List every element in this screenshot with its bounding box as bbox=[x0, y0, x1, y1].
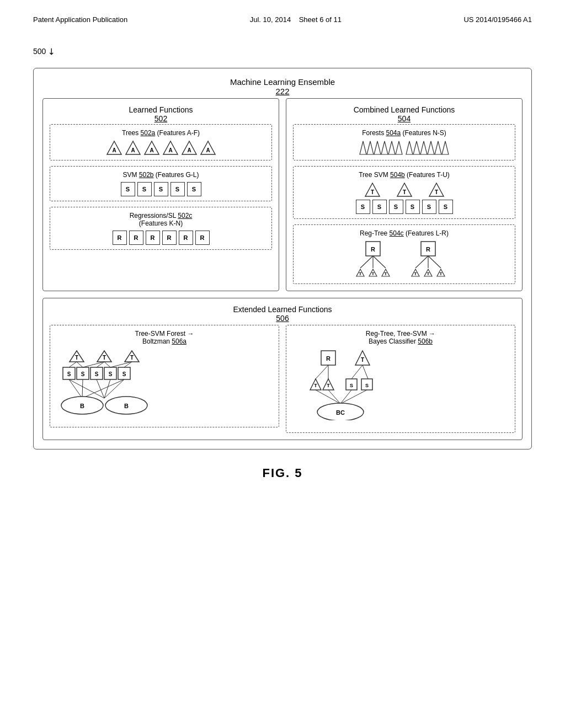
svg-marker-21 bbox=[428, 141, 434, 154]
reg-tree-diagram: R R bbox=[349, 240, 460, 279]
svg-text:S: S bbox=[365, 383, 369, 388]
svg-text:B: B bbox=[124, 403, 129, 409]
boltzman-diagram: T T T S S S S bbox=[55, 349, 165, 420]
svg-text:T: T bbox=[103, 355, 106, 361]
svg-text:S: S bbox=[67, 371, 71, 377]
svg-line-76 bbox=[82, 379, 83, 398]
svg-text:T: T bbox=[361, 357, 364, 363]
figure-number: 500 ↘ bbox=[33, 46, 55, 56]
forest-group-1 bbox=[359, 140, 403, 156]
trees-502a-box: Trees 502a (Features A-F) A A A A A A bbox=[50, 124, 272, 160]
svm-icon-2: S bbox=[137, 182, 152, 196]
tree-svm-tree-row: T T T bbox=[364, 182, 445, 197]
svg-line-103 bbox=[328, 390, 340, 404]
tree-svm-504b-box: Tree SVM 504b (Features T-U) T T T S bbox=[293, 166, 515, 219]
svg-line-104 bbox=[340, 390, 351, 404]
svg-line-70 bbox=[83, 362, 104, 367]
svm-icon-4: S bbox=[170, 182, 185, 196]
tree-icon-2: A bbox=[125, 140, 141, 156]
reg-icon-6: R bbox=[195, 231, 210, 245]
header-right: US 2014/0195466 A1 bbox=[463, 15, 532, 24]
svg-text:S: S bbox=[350, 383, 353, 388]
page-header: Patent Application Publication Jul. 10, … bbox=[0, 0, 565, 29]
combined-functions-box: Combined Learned Functions504 Forests 50… bbox=[286, 98, 523, 291]
svg-text:R: R bbox=[326, 355, 331, 362]
svg-line-34 bbox=[360, 256, 373, 268]
svg-text:T: T bbox=[359, 271, 361, 276]
svg-text:A: A bbox=[168, 147, 172, 153]
learned-functions-box: Learned Functions502 Trees 502a (Feature… bbox=[42, 98, 279, 291]
svm-icon-3: S bbox=[154, 182, 168, 196]
svg-text:R: R bbox=[426, 246, 430, 253]
tsvm-tree-1: T bbox=[364, 182, 381, 197]
reg-icons: R R R R R R bbox=[55, 231, 267, 245]
svm-icon-5: S bbox=[187, 182, 201, 196]
regressions-502c-box: Regressions/SL 502c(Features K-N) R R R … bbox=[50, 207, 272, 250]
top-sections: Learned Functions502 Trees 502a (Feature… bbox=[42, 98, 523, 291]
extended-inner: Tree-SVM Forest →Boltzman 506a T T T S bbox=[50, 325, 515, 433]
tree-icon-3: A bbox=[143, 140, 160, 156]
tsvm-s-1: S bbox=[356, 200, 370, 214]
svg-marker-16 bbox=[388, 141, 395, 154]
tsvm-tree-2: T bbox=[396, 182, 413, 197]
svg-text:T: T bbox=[75, 355, 78, 361]
extended-functions-box: Extended Learned Functions506 Tree-SVM F… bbox=[42, 298, 523, 440]
svg-line-105 bbox=[340, 390, 367, 404]
svg-line-75 bbox=[69, 379, 82, 398]
svg-marker-17 bbox=[396, 141, 402, 154]
bayes-diagram: R T T T bbox=[291, 349, 401, 420]
reg-tree-504c-box: Reg-Tree 504c (Features L-R) R R bbox=[293, 224, 515, 284]
svg-marker-19 bbox=[413, 141, 420, 154]
boltzman-506a-box: Tree-SVM Forest →Boltzman 506a T T T S bbox=[50, 325, 279, 427]
reg-icon-1: R bbox=[113, 231, 127, 245]
svg-text:T: T bbox=[314, 383, 317, 388]
bayes-title: Reg-Tree, Tree-SVM →Bayes Classifier 506… bbox=[291, 330, 510, 345]
svg-text:S: S bbox=[95, 371, 99, 377]
svg-marker-23 bbox=[442, 141, 449, 154]
svg-line-37 bbox=[415, 256, 428, 268]
svg-text:T: T bbox=[414, 271, 417, 276]
svg-marker-20 bbox=[420, 141, 427, 154]
svg-text:S: S bbox=[81, 371, 85, 377]
svg-marker-13 bbox=[367, 141, 374, 154]
tsvm-s-4: S bbox=[406, 200, 420, 214]
svg-text:T: T bbox=[327, 383, 330, 388]
svm-title: SVM 502b (Features G-L) bbox=[55, 171, 267, 179]
svg-marker-15 bbox=[381, 141, 388, 154]
trees-icons: A A A A A A bbox=[55, 140, 267, 156]
tree-icon-5: A bbox=[181, 140, 198, 156]
tree-icon-4: A bbox=[162, 140, 179, 156]
tsvm-tree-3: T bbox=[428, 182, 445, 197]
svg-text:T: T bbox=[370, 189, 374, 195]
svg-marker-14 bbox=[374, 141, 381, 154]
svg-text:S: S bbox=[109, 371, 113, 377]
svg-text:T: T bbox=[427, 271, 429, 276]
tree-svm-title: Tree SVM 504b (Features T-U) bbox=[298, 171, 510, 179]
svg-marker-22 bbox=[435, 141, 441, 154]
bayes-506b-box: Reg-Tree, Tree-SVM →Bayes Classifier 506… bbox=[286, 325, 515, 433]
svg-text:S: S bbox=[122, 371, 126, 377]
svg-text:A: A bbox=[187, 147, 191, 153]
svg-text:T: T bbox=[434, 189, 438, 195]
extended-title: Extended Learned Functions506 bbox=[50, 305, 515, 323]
svg-line-73 bbox=[110, 362, 132, 367]
svg-line-92 bbox=[351, 365, 363, 379]
svg-text:T: T bbox=[130, 355, 134, 361]
outer-ensemble-box: Machine Learning Ensemble 222 Learned Fu… bbox=[33, 68, 532, 449]
svg-text:A: A bbox=[112, 147, 116, 153]
svg-text:T: T bbox=[371, 271, 374, 276]
svg-text:A: A bbox=[131, 147, 135, 153]
tree-icon-1: A bbox=[106, 140, 122, 156]
tsvm-s-2: S bbox=[372, 200, 387, 214]
svg-line-102 bbox=[316, 390, 340, 404]
forests-title: Forests 504a (Features N-S) bbox=[298, 129, 510, 137]
arrow-icon: ↘ bbox=[45, 45, 58, 57]
reg-icon-2: R bbox=[129, 231, 143, 245]
svg-line-69 bbox=[77, 362, 83, 367]
figure-caption: FIG. 5 bbox=[33, 466, 532, 480]
svg-text:B: B bbox=[80, 403, 84, 409]
svg-line-72 bbox=[104, 362, 110, 367]
tsvm-s-5: S bbox=[422, 200, 436, 214]
combined-title: Combined Learned Functions504 bbox=[293, 105, 515, 123]
svg-text:BC: BC bbox=[336, 409, 345, 416]
